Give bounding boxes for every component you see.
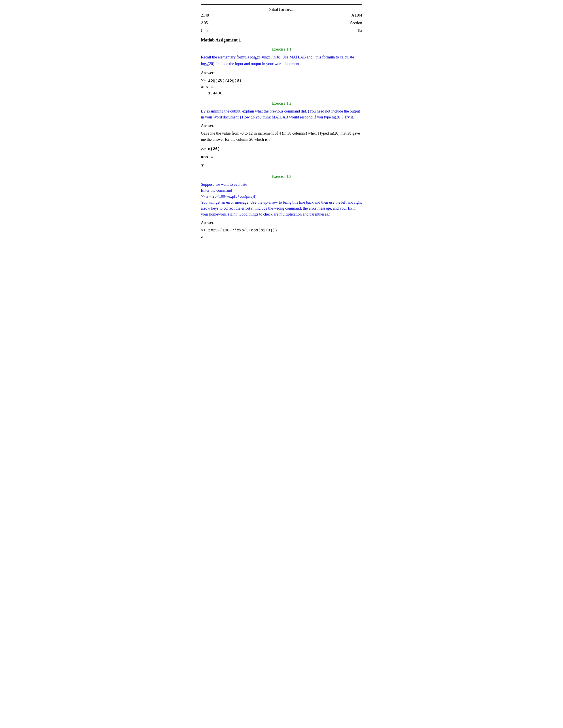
right-code: A1104 — [352, 13, 362, 18]
header-left: 2148 A05 Chen — [201, 13, 282, 33]
exercise-1-3-prompt: Suppose we want to evaluate Enter the co… — [201, 182, 362, 217]
top-border — [201, 4, 362, 5]
section-id: A05 — [201, 21, 282, 25]
exercise-1-3-section: Exercise 1.3 Suppose we want to evaluate… — [201, 174, 362, 240]
exercise-1-3-header: Exercise 1.3 — [201, 174, 362, 179]
exercise-1-1-prompt: Recall the elementary formula logb(x)=ln… — [201, 54, 362, 68]
exercise-1-2-header: Exercise 1.2 — [201, 101, 362, 106]
header-grid: 2148 A05 Chen A1104 Section Jia — [201, 13, 362, 33]
exercise-1-3-line3: >> z = 25-(100-7exp(5+cos(pi/3))) — [201, 194, 256, 199]
exercise-1-2-code-m26: >> m(26) — [201, 146, 362, 152]
exercise-1-3-line4: You will get an error message. Use the u… — [201, 200, 362, 216]
exercise-1-1-answer-label: Answer: — [201, 71, 362, 75]
assignment-title: Matlab Assignment 1 — [201, 38, 362, 43]
exercise-1-3-answer-label: Answer: — [201, 220, 362, 225]
instructor-name: Chen — [201, 28, 282, 33]
exercise-1-3-code2: z = — [201, 235, 208, 239]
author-name: Nahal Farvardin — [201, 7, 362, 12]
exercise-1-2-answer-text: Gave me the value from -3 to 12 in incre… — [201, 130, 362, 143]
exercise-1-2-answer-label: Answer: — [201, 123, 362, 128]
exercise-1-3-answer-code: >> z=25-(100-7*exp(5+cos(pi/3))) z = — [201, 227, 362, 240]
exercise-1-3-line1: Suppose we want to evaluate — [201, 182, 247, 187]
exercise-1-1-section: Exercise 1.1 Recall the elementary formu… — [201, 47, 362, 97]
exercise-1-3-code1: >> z=25-(100-7*exp(5+cos(pi/3))) — [201, 228, 277, 233]
right-section-label: Section — [350, 21, 362, 25]
right-instructor-label: Jia — [358, 28, 362, 33]
exercise-1-1-code: >> log(20)/log(8) ans = 1.4406 — [201, 77, 362, 96]
id-number: 2148 — [201, 13, 282, 18]
exercise-1-2-prompt: By examining the output, explain what th… — [201, 108, 362, 120]
exercise-1-2-section: Exercise 1.2 By examining the output, ex… — [201, 101, 362, 170]
exercise-1-1-header: Exercise 1.1 — [201, 47, 362, 52]
exercise-1-3-line2: Enter the command — [201, 188, 232, 193]
header-right: A1104 Section Jia — [282, 13, 362, 33]
exercise-1-2-value: 7 — [201, 162, 362, 170]
exercise-1-2-ans-label: ans = — [201, 154, 362, 160]
